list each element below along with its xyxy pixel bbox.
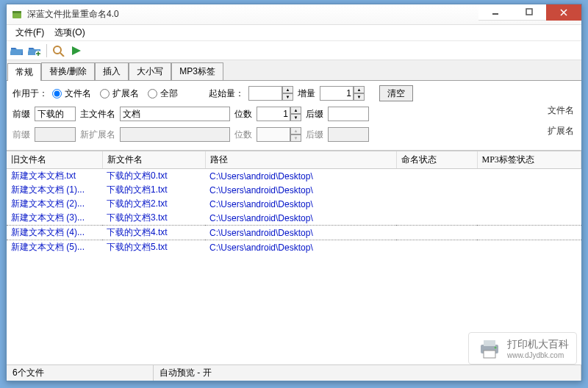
file-table[interactable]: 旧文件名 新文件名 路径 命名状态 MP3标签状态 新建文本文档.txt下载的文…	[7, 151, 581, 351]
svg-point-5	[54, 46, 61, 54]
cell-mp3status	[477, 211, 581, 226]
col-path[interactable]: 路径	[205, 151, 396, 169]
increment-spinner[interactable]: ▲▼	[320, 86, 365, 101]
menu-file[interactable]: 文件(F)	[11, 25, 49, 40]
table-row[interactable]: 新建文本文档 (1)...下载的文档1.txtC:\Users\android\…	[7, 183, 581, 197]
suffix2-label: 后缀	[306, 129, 323, 141]
tab-mp3tag[interactable]: MP3标签	[171, 62, 223, 80]
prefix-input[interactable]	[35, 107, 76, 121]
clear-button[interactable]: 清空	[379, 85, 413, 101]
mainname-label: 主文件名	[80, 108, 115, 121]
cell-old: 新建文本文档 (5)...	[7, 240, 102, 255]
window-controls	[478, 4, 581, 21]
col-new-name[interactable]: 新文件名	[102, 151, 205, 169]
preview-icon[interactable]	[51, 43, 66, 58]
cell-path: C:\Users\android\Desktop\	[205, 226, 396, 240]
toolbar-separator	[46, 44, 47, 57]
statusbar: 6个文件 自动预览 - 开	[7, 364, 581, 381]
radio-extension[interactable]: 扩展名	[100, 87, 139, 100]
svg-rect-2	[492, 13, 498, 15]
status-preview: 自动预览 - 开	[154, 365, 581, 381]
svg-rect-8	[484, 351, 495, 358]
cell-status	[396, 183, 477, 197]
table-header-row: 旧文件名 新文件名 路径 命名状态 MP3标签状态	[7, 151, 581, 169]
filename-section-label: 文件名	[548, 104, 574, 117]
svg-rect-3	[526, 9, 532, 15]
cell-mp3status	[477, 183, 581, 197]
menubar: 文件(F) 选项(O)	[7, 25, 581, 41]
cell-path: C:\Users\android\Desktop\	[205, 169, 396, 184]
cell-status	[396, 226, 477, 240]
radio-all[interactable]: 全部	[148, 87, 178, 100]
cell-mp3status	[477, 226, 581, 240]
tab-replace-delete[interactable]: 替换/删除	[41, 62, 95, 80]
tab-insert[interactable]: 插入	[95, 62, 129, 80]
titlebar[interactable]: 深蓝文件批量重命名4.0	[7, 4, 581, 25]
extension-section-label: 扩展名	[548, 125, 574, 137]
newext-input	[120, 127, 230, 142]
table-row[interactable]: 新建文本文档 (4)...下载的文档4.txtC:\Users\android\…	[7, 226, 581, 240]
table-row[interactable]: 新建文本文档 (3)...下载的文档3.txtC:\Users\android\…	[7, 211, 581, 226]
suffix2-input	[328, 127, 369, 142]
cell-status	[396, 211, 477, 226]
cell-status	[396, 169, 477, 184]
prefix2-label: 前缀	[12, 129, 30, 141]
toolbar	[7, 41, 581, 60]
prefix2-input	[35, 127, 76, 142]
mainname-input[interactable]	[120, 107, 230, 121]
col-old-name[interactable]: 旧文件名	[7, 151, 102, 169]
svg-rect-1	[12, 11, 21, 13]
start-spinner[interactable]: ▲▼	[248, 86, 293, 101]
suffix-input[interactable]	[328, 107, 369, 121]
cell-new: 下载的文档5.txt	[102, 240, 205, 255]
cell-new: 下载的文档3.txt	[102, 211, 205, 226]
apply-to-label: 作用于：	[12, 87, 48, 100]
watermark-text: 打印机大百科	[507, 338, 569, 351]
cell-old: 新建文本文档 (2)...	[7, 197, 102, 211]
open-folder-icon[interactable]	[10, 43, 24, 58]
app-icon	[11, 9, 23, 21]
window-title: 深蓝文件批量重命名4.0	[27, 8, 478, 21]
cell-old: 新建文本文档.txt	[7, 169, 102, 184]
app-window: 深蓝文件批量重命名4.0 文件(F) 选项(O) 常规 替换/删除 插入 大小写…	[6, 4, 582, 381]
digits-spinner[interactable]: ▲▼	[257, 107, 301, 121]
col-mp3-status[interactable]: MP3标签状态	[477, 151, 581, 169]
cell-old: 新建文本文档 (1)...	[7, 183, 102, 197]
cell-path: C:\Users\android\Desktop\	[205, 197, 396, 211]
table-row[interactable]: 新建文本文档.txt下载的文档0.txtC:\Users\android\Des…	[7, 169, 581, 184]
radio-filename[interactable]: 文件名	[52, 87, 91, 100]
run-icon[interactable]	[69, 43, 84, 58]
printer-icon	[476, 337, 503, 359]
options-panel: 作用于： 文件名 扩展名 全部 起始量： ▲▼ 增量 ▲▼ 清空 文件名 前缀 …	[7, 81, 581, 151]
cell-new: 下载的文档2.txt	[102, 197, 205, 211]
add-file-icon[interactable]	[27, 43, 42, 58]
maximize-button[interactable]	[512, 4, 546, 21]
col-rename-status[interactable]: 命名状态	[396, 151, 477, 169]
menu-options[interactable]: 选项(O)	[50, 25, 89, 40]
cell-mp3status	[477, 197, 581, 211]
cell-new: 下载的文档4.txt	[102, 226, 205, 240]
cell-mp3status	[477, 169, 581, 184]
svg-point-9	[495, 347, 497, 349]
svg-rect-7	[484, 340, 495, 346]
suffix-label: 后缀	[306, 108, 323, 121]
cell-path: C:\Users\android\Desktop\	[205, 240, 396, 255]
start-label: 起始量：	[209, 87, 244, 100]
minimize-button[interactable]	[478, 4, 512, 21]
digits2-spinner: ▲▼	[257, 127, 301, 142]
table-row[interactable]: 新建文本文档 (2)...下载的文档2.txtC:\Users\android\…	[7, 197, 581, 211]
cell-mp3status	[477, 240, 581, 255]
cell-old: 新建文本文档 (3)...	[7, 211, 102, 226]
cell-status	[396, 197, 477, 211]
cell-status	[396, 240, 477, 255]
digits-label: 位数	[234, 108, 252, 121]
table-row[interactable]: 新建文本文档 (5)...下载的文档5.txtC:\Users\android\…	[7, 240, 581, 255]
watermark: 打印机大百科 www.dJydbk.com	[468, 332, 577, 364]
close-button[interactable]	[546, 4, 581, 21]
tab-general[interactable]: 常规	[7, 63, 41, 81]
tab-case[interactable]: 大小写	[129, 62, 171, 80]
cell-path: C:\Users\android\Desktop\	[205, 211, 396, 226]
cell-new: 下载的文档1.txt	[102, 183, 205, 197]
newext-label: 新扩展名	[80, 129, 115, 141]
cell-path: C:\Users\android\Desktop\	[205, 183, 396, 197]
